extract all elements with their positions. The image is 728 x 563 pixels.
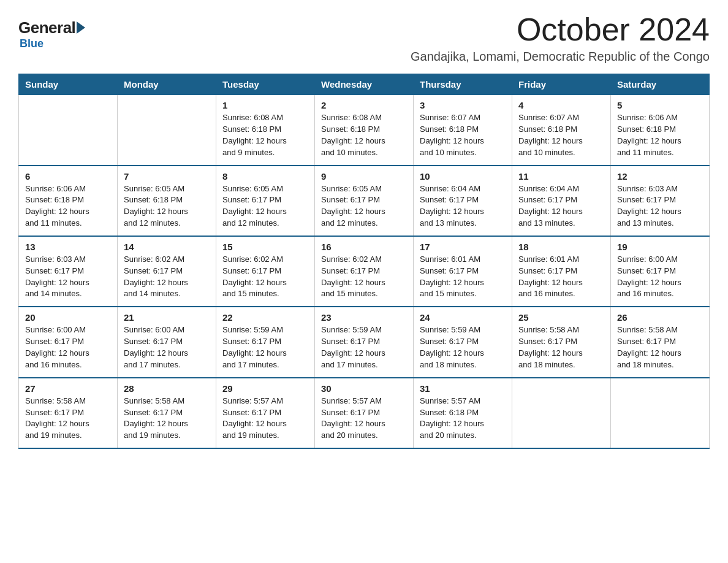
calendar-day-cell: 18Sunrise: 6:01 AMSunset: 6:17 PMDayligh… bbox=[512, 236, 611, 307]
calendar-day-cell: 20Sunrise: 6:00 AMSunset: 6:17 PMDayligh… bbox=[19, 307, 118, 377]
day-number: 6 bbox=[25, 171, 111, 182]
day-info: Sunrise: 6:04 AMSunset: 6:17 PMDaylight:… bbox=[420, 183, 506, 229]
page-header: General Blue October 2024 Gandajika, Lom… bbox=[18, 12, 710, 64]
day-number: 26 bbox=[617, 312, 703, 323]
logo-general-text: General bbox=[18, 18, 75, 37]
day-info: Sunrise: 5:59 AMSunset: 6:17 PMDaylight:… bbox=[222, 324, 308, 370]
day-info: Sunrise: 6:04 AMSunset: 6:17 PMDaylight:… bbox=[518, 183, 604, 229]
location-title: Gandajika, Lomami, Democratic Republic o… bbox=[411, 50, 710, 64]
day-info: Sunrise: 6:07 AMSunset: 6:18 PMDaylight:… bbox=[518, 112, 604, 158]
calendar-day-cell: 10Sunrise: 6:04 AMSunset: 6:17 PMDayligh… bbox=[414, 166, 512, 236]
calendar-day-cell: 16Sunrise: 6:02 AMSunset: 6:17 PMDayligh… bbox=[315, 236, 414, 307]
calendar-day-cell: 14Sunrise: 6:02 AMSunset: 6:17 PMDayligh… bbox=[118, 236, 216, 307]
day-number: 9 bbox=[321, 171, 407, 182]
day-info: Sunrise: 6:01 AMSunset: 6:17 PMDaylight:… bbox=[420, 254, 506, 300]
weekday-header-cell: Thursday bbox=[414, 74, 512, 95]
calendar-day-cell: 22Sunrise: 5:59 AMSunset: 6:17 PMDayligh… bbox=[216, 307, 315, 377]
day-number: 18 bbox=[518, 242, 604, 252]
calendar-week-row: 13Sunrise: 6:03 AMSunset: 6:17 PMDayligh… bbox=[19, 236, 710, 307]
logo-blue-text: Blue bbox=[20, 37, 44, 50]
calendar-day-cell: 31Sunrise: 5:57 AMSunset: 6:18 PMDayligh… bbox=[414, 378, 512, 448]
calendar-day-cell: 28Sunrise: 5:58 AMSunset: 6:17 PMDayligh… bbox=[118, 378, 216, 448]
day-info: Sunrise: 6:05 AMSunset: 6:18 PMDaylight:… bbox=[124, 183, 210, 229]
calendar-day-cell: 1Sunrise: 6:08 AMSunset: 6:18 PMDaylight… bbox=[216, 95, 315, 166]
weekday-header-cell: Saturday bbox=[611, 74, 710, 95]
day-number: 4 bbox=[518, 100, 604, 110]
calendar-day-cell: 15Sunrise: 6:02 AMSunset: 6:17 PMDayligh… bbox=[216, 236, 315, 307]
calendar-day-cell bbox=[611, 378, 710, 448]
calendar-day-cell: 30Sunrise: 5:57 AMSunset: 6:17 PMDayligh… bbox=[315, 378, 414, 448]
month-title: October 2024 bbox=[411, 12, 710, 47]
weekday-header-cell: Tuesday bbox=[216, 74, 315, 95]
calendar-body: 1Sunrise: 6:08 AMSunset: 6:18 PMDaylight… bbox=[19, 95, 710, 448]
calendar-day-cell: 3Sunrise: 6:07 AMSunset: 6:18 PMDaylight… bbox=[414, 95, 512, 166]
title-block: October 2024 Gandajika, Lomami, Democrat… bbox=[411, 12, 710, 64]
calendar-day-cell: 29Sunrise: 5:57 AMSunset: 6:17 PMDayligh… bbox=[216, 378, 315, 448]
day-number: 7 bbox=[124, 171, 210, 182]
day-info: Sunrise: 5:59 AMSunset: 6:17 PMDaylight:… bbox=[321, 324, 407, 370]
calendar-day-cell: 17Sunrise: 6:01 AMSunset: 6:17 PMDayligh… bbox=[414, 236, 512, 307]
day-info: Sunrise: 6:03 AMSunset: 6:17 PMDaylight:… bbox=[25, 254, 111, 300]
day-number: 11 bbox=[518, 171, 604, 182]
calendar-day-cell: 25Sunrise: 5:58 AMSunset: 6:17 PMDayligh… bbox=[512, 307, 611, 377]
calendar-week-row: 1Sunrise: 6:08 AMSunset: 6:18 PMDaylight… bbox=[19, 95, 710, 166]
calendar-week-row: 27Sunrise: 5:58 AMSunset: 6:17 PMDayligh… bbox=[19, 378, 710, 448]
day-number: 20 bbox=[25, 312, 111, 323]
day-info: Sunrise: 6:02 AMSunset: 6:17 PMDaylight:… bbox=[222, 254, 308, 300]
calendar-day-cell: 6Sunrise: 6:06 AMSunset: 6:18 PMDaylight… bbox=[19, 166, 118, 236]
day-info: Sunrise: 5:58 AMSunset: 6:17 PMDaylight:… bbox=[124, 396, 210, 442]
calendar-day-cell: 7Sunrise: 6:05 AMSunset: 6:18 PMDaylight… bbox=[118, 166, 216, 236]
day-info: Sunrise: 6:08 AMSunset: 6:18 PMDaylight:… bbox=[321, 112, 407, 158]
calendar-week-row: 20Sunrise: 6:00 AMSunset: 6:17 PMDayligh… bbox=[19, 307, 710, 377]
day-number: 17 bbox=[420, 242, 506, 252]
calendar-day-cell: 12Sunrise: 6:03 AMSunset: 6:17 PMDayligh… bbox=[611, 166, 710, 236]
day-number: 28 bbox=[124, 383, 210, 394]
day-number: 27 bbox=[25, 383, 111, 394]
calendar-day-cell: 27Sunrise: 5:58 AMSunset: 6:17 PMDayligh… bbox=[19, 378, 118, 448]
day-number: 21 bbox=[124, 312, 210, 323]
calendar-day-cell bbox=[512, 378, 611, 448]
day-info: Sunrise: 6:02 AMSunset: 6:17 PMDaylight:… bbox=[321, 254, 407, 300]
calendar-day-cell bbox=[118, 95, 216, 166]
day-number: 24 bbox=[420, 312, 506, 323]
day-number: 23 bbox=[321, 312, 407, 323]
calendar-day-cell: 23Sunrise: 5:59 AMSunset: 6:17 PMDayligh… bbox=[315, 307, 414, 377]
day-info: Sunrise: 6:05 AMSunset: 6:17 PMDaylight:… bbox=[321, 183, 407, 229]
day-number: 31 bbox=[420, 383, 506, 394]
day-info: Sunrise: 6:00 AMSunset: 6:17 PMDaylight:… bbox=[124, 324, 210, 370]
day-info: Sunrise: 5:58 AMSunset: 6:17 PMDaylight:… bbox=[518, 324, 604, 370]
day-info: Sunrise: 6:05 AMSunset: 6:17 PMDaylight:… bbox=[222, 183, 308, 229]
calendar-day-cell: 9Sunrise: 6:05 AMSunset: 6:17 PMDaylight… bbox=[315, 166, 414, 236]
day-info: Sunrise: 5:57 AMSunset: 6:18 PMDaylight:… bbox=[420, 396, 506, 442]
weekday-header-row: SundayMondayTuesdayWednesdayThursdayFrid… bbox=[19, 74, 710, 95]
day-number: 29 bbox=[222, 383, 308, 394]
day-info: Sunrise: 6:08 AMSunset: 6:18 PMDaylight:… bbox=[222, 112, 308, 158]
day-number: 3 bbox=[420, 100, 506, 110]
day-number: 19 bbox=[617, 242, 703, 252]
day-number: 5 bbox=[617, 100, 703, 110]
day-info: Sunrise: 6:07 AMSunset: 6:18 PMDaylight:… bbox=[420, 112, 506, 158]
weekday-header-cell: Wednesday bbox=[315, 74, 414, 95]
calendar-day-cell bbox=[19, 95, 118, 166]
calendar-day-cell: 13Sunrise: 6:03 AMSunset: 6:17 PMDayligh… bbox=[19, 236, 118, 307]
day-info: Sunrise: 5:58 AMSunset: 6:17 PMDaylight:… bbox=[25, 396, 111, 442]
day-number: 30 bbox=[321, 383, 407, 394]
day-info: Sunrise: 5:57 AMSunset: 6:17 PMDaylight:… bbox=[222, 396, 308, 442]
calendar-day-cell: 19Sunrise: 6:00 AMSunset: 6:17 PMDayligh… bbox=[611, 236, 710, 307]
calendar-day-cell: 24Sunrise: 5:59 AMSunset: 6:17 PMDayligh… bbox=[414, 307, 512, 377]
day-number: 12 bbox=[617, 171, 703, 182]
day-info: Sunrise: 5:57 AMSunset: 6:17 PMDaylight:… bbox=[321, 396, 407, 442]
calendar-day-cell: 21Sunrise: 6:00 AMSunset: 6:17 PMDayligh… bbox=[118, 307, 216, 377]
calendar-week-row: 6Sunrise: 6:06 AMSunset: 6:18 PMDaylight… bbox=[19, 166, 710, 236]
day-info: Sunrise: 6:02 AMSunset: 6:17 PMDaylight:… bbox=[124, 254, 210, 300]
calendar-table: SundayMondayTuesdayWednesdayThursdayFrid… bbox=[18, 74, 710, 449]
calendar-day-cell: 5Sunrise: 6:06 AMSunset: 6:18 PMDaylight… bbox=[611, 95, 710, 166]
weekday-header-cell: Friday bbox=[512, 74, 611, 95]
day-info: Sunrise: 6:06 AMSunset: 6:18 PMDaylight:… bbox=[617, 112, 703, 158]
day-info: Sunrise: 6:01 AMSunset: 6:17 PMDaylight:… bbox=[518, 254, 604, 300]
day-info: Sunrise: 6:06 AMSunset: 6:18 PMDaylight:… bbox=[25, 183, 111, 229]
calendar-day-cell: 26Sunrise: 5:58 AMSunset: 6:17 PMDayligh… bbox=[611, 307, 710, 377]
day-number: 16 bbox=[321, 242, 407, 252]
day-number: 10 bbox=[420, 171, 506, 182]
logo-triangle-icon bbox=[77, 21, 85, 34]
